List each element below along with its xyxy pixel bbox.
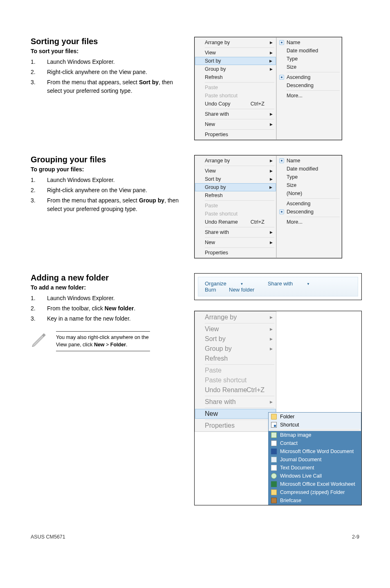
- new-text-doc[interactable]: Text Document: [269, 464, 361, 472]
- chevron-down-icon: ▼: [240, 282, 243, 286]
- menu-sort-by[interactable]: Sort by▶: [195, 175, 276, 183]
- group-descending[interactable]: Descending: [277, 208, 341, 216]
- section-subhead: To add a new folder:: [31, 284, 182, 291]
- menu-new[interactable]: New▶: [195, 120, 276, 128]
- menu-group-by[interactable]: Group by▶: [195, 344, 276, 354]
- section-title: Adding a new folder: [31, 273, 182, 283]
- new-live-call[interactable]: Windows Live Call: [269, 472, 361, 480]
- menu-paste: Paste: [195, 366, 276, 375]
- menu-new[interactable]: New▶: [195, 238, 276, 247]
- menu-paste-shortcut: Paste shortcut: [195, 210, 276, 218]
- list-item: 3.Key in a name for the new folder.: [31, 314, 182, 323]
- toolbar-burn[interactable]: Burn: [205, 287, 216, 293]
- journal-icon: [271, 457, 277, 462]
- menu-undo[interactable]: Undo RenameCtrl+Z: [195, 385, 276, 395]
- sort-size[interactable]: Size: [277, 63, 341, 71]
- menu-properties[interactable]: Properties: [195, 130, 276, 139]
- menu-arrange-by[interactable]: Arrange by▶: [195, 312, 276, 322]
- step-list: 1.Launch Windows Explorer. 2.From the to…: [31, 294, 182, 323]
- sort-more[interactable]: More...: [277, 92, 341, 100]
- context-menu-groupby: Arrange by▶ View▶ Sort by▶ Group by▶ Ref…: [194, 155, 342, 258]
- toolbar-share-with[interactable]: Share with ▼: [268, 281, 321, 287]
- group-ascending[interactable]: Ascending: [277, 200, 341, 208]
- contact-icon: [271, 440, 277, 446]
- menu-arrange-by[interactable]: Arrange by▶: [195, 38, 276, 47]
- call-icon: [271, 473, 277, 479]
- shortcut-icon: [271, 422, 277, 428]
- note-text: You may also right-click anywhere on the…: [56, 331, 150, 351]
- group-none[interactable]: (None): [277, 189, 341, 197]
- new-bitmap[interactable]: Bitmap image: [269, 431, 361, 439]
- menu-view[interactable]: View▶: [195, 324, 276, 334]
- menu-share-with[interactable]: Share with▶: [195, 110, 276, 118]
- folder-icon: [271, 414, 277, 420]
- menu-view[interactable]: View▶: [195, 49, 276, 57]
- note-block: You may also right-click anywhere on the…: [31, 331, 182, 351]
- group-size[interactable]: Size: [277, 181, 341, 189]
- zip-icon: [271, 489, 277, 495]
- list-item: 3.From the menu that appears, select Gro…: [31, 196, 182, 213]
- new-briefcase[interactable]: Briefcase: [269, 496, 361, 505]
- toolbar-new-folder[interactable]: New folder: [229, 287, 254, 293]
- check-icon: [279, 40, 284, 45]
- menu-view[interactable]: View▶: [195, 167, 276, 175]
- excel-icon: [271, 481, 277, 487]
- menu-properties[interactable]: Properties: [195, 249, 276, 257]
- menu-paste: Paste: [195, 83, 276, 92]
- menu-sort-by[interactable]: Sort by▶: [195, 57, 276, 65]
- section-title: Grouping your files: [31, 155, 182, 164]
- new-folder[interactable]: Folder: [269, 413, 361, 421]
- menu-refresh[interactable]: Refresh: [195, 354, 276, 364]
- chevron-down-icon: ▼: [307, 282, 310, 286]
- check-icon: [279, 75, 284, 80]
- menu-refresh[interactable]: Refresh: [195, 191, 276, 200]
- menu-paste: Paste: [195, 202, 276, 210]
- new-excel[interactable]: Microsoft Office Excel Worksheet: [269, 480, 361, 488]
- bitmap-icon: [271, 432, 277, 438]
- group-more[interactable]: More...: [277, 218, 341, 226]
- list-item: 2.From the toolbar, click New folder.: [31, 304, 182, 313]
- list-item: 1.Launch Windows Explorer.: [31, 176, 182, 184]
- sort-date[interactable]: Date modified: [277, 47, 341, 55]
- section-subhead: To group your files:: [31, 166, 182, 173]
- new-word-doc[interactable]: Microsoft Office Word Document: [269, 447, 361, 456]
- list-item: 2.Right-click anywhere on the View pane.: [31, 68, 182, 76]
- list-item: 1.Launch Windows Explorer.: [31, 58, 182, 66]
- menu-group-by[interactable]: Group by▶: [195, 183, 276, 191]
- menu-share-with[interactable]: Share with▶: [195, 397, 276, 407]
- sort-ascending[interactable]: Ascending: [277, 73, 341, 81]
- new-shortcut[interactable]: Shortcut: [269, 421, 361, 429]
- pencil-icon: [31, 331, 46, 347]
- group-type[interactable]: Type: [277, 173, 341, 181]
- list-item: 2.Right-click anywhere on the View pane.: [31, 186, 182, 195]
- step-list: 1.Launch Windows Explorer. 2.Right-click…: [31, 58, 182, 95]
- new-contact[interactable]: Contact: [269, 439, 361, 447]
- context-menu-sortby: Arrange by▶ View▶ Sort by▶ Group by▶ Ref…: [194, 37, 342, 140]
- menu-refresh[interactable]: Refresh: [195, 73, 276, 81]
- menu-group-by[interactable]: Group by▶: [195, 65, 276, 73]
- word-icon: [271, 449, 277, 454]
- menu-properties[interactable]: Properties: [195, 421, 276, 431]
- sort-descending[interactable]: Descending: [277, 81, 341, 90]
- new-journal[interactable]: Journal Document: [269, 456, 361, 464]
- menu-undo[interactable]: Undo RenameCtrl+Z: [195, 218, 276, 226]
- briefcase-icon: [271, 498, 277, 503]
- group-date[interactable]: Date modified: [277, 165, 341, 173]
- menu-share-with[interactable]: Share with▶: [195, 228, 276, 236]
- text-icon: [271, 465, 277, 471]
- context-menu-new: Arrange by▶ View▶ Sort by▶ Group by▶ Ref…: [194, 311, 362, 505]
- menu-sort-by[interactable]: Sort by▶: [195, 334, 276, 344]
- step-list: 1.Launch Windows Explorer. 2.Right-click…: [31, 176, 182, 213]
- menu-undo[interactable]: Undo CopyCtrl+Z: [195, 100, 276, 108]
- sort-type[interactable]: Type: [277, 55, 341, 63]
- section-title: Sorting your files: [31, 37, 182, 46]
- footer-right: 2-9: [352, 534, 359, 540]
- group-name[interactable]: Name: [277, 157, 341, 165]
- sort-name[interactable]: Name: [277, 38, 341, 47]
- menu-arrange-by[interactable]: Arrange by▶: [195, 157, 276, 165]
- new-zip[interactable]: Compressed (zipped) Folder: [269, 488, 361, 496]
- menu-new[interactable]: New▶: [195, 409, 276, 419]
- menu-paste-shortcut: Paste shortcut: [195, 92, 276, 100]
- toolbar-organize[interactable]: Organize ▼: [205, 281, 255, 287]
- explorer-toolbar: Organize ▼ Share with ▼ Burn New folder: [194, 273, 362, 300]
